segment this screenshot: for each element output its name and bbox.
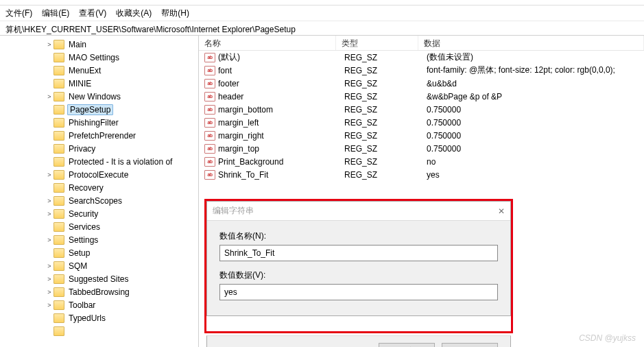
tree-item[interactable]: Setup [0, 246, 198, 259]
folder-icon [53, 144, 64, 154]
tree-item[interactable]: >Settings [0, 233, 198, 246]
value-type: REG_SZ [344, 131, 427, 141]
list-item[interactable]: abmargin_topREG_SZ0.750000 [199, 142, 644, 155]
tree-label: Security [67, 209, 99, 219]
chevron-right-icon[interactable]: > [45, 171, 53, 178]
list-item[interactable]: abmargin_leftREG_SZ0.750000 [199, 116, 644, 129]
chevron-right-icon[interactable]: > [45, 198, 53, 204]
string-value-icon: ab [204, 92, 215, 101]
tree-item[interactable]: >Security [0, 207, 198, 220]
tree-label: Settings [67, 235, 99, 245]
value-data-input[interactable] [219, 284, 498, 300]
chevron-right-icon[interactable]: > [45, 263, 53, 270]
value-list-pane: 名称 类型 数据 ab(默认)REG_SZ(数值未设置)abfontREG_SZ… [199, 36, 644, 347]
tree-item[interactable]: TypedUrls [0, 311, 198, 324]
col-data[interactable]: 数据 [418, 36, 644, 50]
value-list[interactable]: ab(默认)REG_SZ(数值未设置)abfontREG_SZfont-fami… [199, 51, 644, 181]
tree-label: TypedUrls [67, 313, 107, 323]
watermark: CSDN @yujkss [579, 333, 636, 343]
cancel-button[interactable]: 取消 [442, 343, 498, 347]
folder-icon [53, 326, 64, 336]
menu-bar: 文件(F) 编辑(E) 查看(V) 收藏夹(A) 帮助(H) [0, 5, 644, 21]
menu-file[interactable]: 文件(F) [5, 8, 32, 19]
tree-item[interactable]: PhishingFilter [0, 116, 198, 129]
list-item[interactable]: abheaderREG_SZ&w&bPage &p of &P [199, 90, 644, 103]
chevron-right-icon[interactable]: > [45, 302, 53, 309]
tree-label: SearchScopes [67, 196, 123, 206]
list-item[interactable]: abShrink_To_FitREG_SZyes [199, 168, 644, 181]
chevron-right-icon[interactable]: > [45, 289, 53, 296]
tree-item[interactable]: >SQM [0, 259, 198, 272]
string-value-icon: ab [204, 66, 215, 75]
tree-label: Setup [67, 248, 91, 258]
value-data: 0.750000 [427, 144, 644, 154]
value-data: &u&b&d [427, 79, 644, 88]
registry-tree[interactable]: >MainMAO SettingsMenuExtMINIE>New Window… [0, 36, 199, 347]
tree-item[interactable]: Privacy [0, 142, 198, 155]
tree-label: Suggested Sites [67, 274, 130, 284]
folder-icon [53, 196, 64, 206]
menu-view[interactable]: 查看(V) [79, 8, 106, 19]
chevron-right-icon[interactable]: > [45, 211, 53, 217]
tree-item[interactable]: Services [0, 220, 198, 233]
list-item[interactable]: abfooterREG_SZ&u&b&d [199, 77, 644, 90]
close-icon[interactable]: ✕ [498, 206, 505, 216]
tree-label: MenuExt [67, 66, 102, 75]
folder-icon [53, 261, 64, 271]
value-data: yes [427, 170, 644, 180]
edit-string-dialog: 编辑字符串 ✕ 数值名称(N): 数值数据(V): [206, 201, 511, 316]
tree-item[interactable]: Protected - It is a violation of [0, 155, 198, 168]
tree-item[interactable]: PrefetchPrerender [0, 129, 198, 142]
tree-item[interactable]: MenuExt [0, 64, 198, 77]
string-value-icon: ab [204, 157, 215, 167]
tree-item[interactable]: Recovery [0, 181, 198, 194]
tree-item[interactable]: >TabbedBrowsing [0, 285, 198, 298]
tree-item[interactable] [0, 324, 198, 337]
tree-label: Main [67, 40, 88, 49]
list-item[interactable]: abmargin_rightREG_SZ0.750000 [199, 129, 644, 142]
list-item[interactable]: abfontREG_SZfont-family: @黑体; font-size:… [199, 64, 644, 77]
tree-label: TabbedBrowsing [67, 287, 131, 297]
menu-fav[interactable]: 收藏夹(A) [116, 8, 152, 19]
dialog-button-row: 确定 取消 [206, 335, 511, 347]
folder-icon [53, 313, 64, 323]
menu-edit[interactable]: 编辑(E) [42, 8, 69, 19]
chevron-right-icon[interactable]: > [45, 93, 53, 100]
tree-item[interactable]: >Toolbar [0, 298, 198, 311]
chevron-right-icon[interactable]: > [45, 41, 53, 48]
chevron-right-icon[interactable]: > [45, 276, 53, 283]
dialog-title-bar[interactable]: 编辑字符串 ✕ [207, 202, 510, 221]
col-name[interactable]: 名称 [199, 36, 336, 50]
address-bar[interactable]: 算机\HKEY_CURRENT_USER\Software\Microsoft\… [0, 21, 644, 36]
list-item[interactable]: abPrint_BackgroundREG_SZno [199, 155, 644, 168]
tree-item[interactable]: >ProtocolExecute [0, 168, 198, 181]
value-name: footer [218, 79, 344, 88]
ok-button[interactable]: 确定 [379, 343, 435, 347]
folder-icon [53, 105, 64, 115]
tree-label: MINIE [67, 79, 93, 88]
list-item[interactable]: abmargin_bottomREG_SZ0.750000 [199, 103, 644, 116]
folder-icon [53, 235, 64, 245]
string-value-icon: ab [204, 53, 215, 62]
tree-item[interactable]: PageSetup [0, 103, 198, 116]
list-header: 名称 类型 数据 [199, 36, 644, 51]
folder-icon [53, 222, 64, 232]
value-name: margin_top [218, 144, 344, 154]
list-item[interactable]: ab(默认)REG_SZ(数值未设置) [199, 51, 644, 64]
folder-icon [53, 300, 64, 310]
tree-item[interactable]: >SearchScopes [0, 194, 198, 207]
tree-item[interactable]: >Main [0, 38, 198, 51]
tree-item[interactable]: MINIE [0, 77, 198, 90]
tree-item[interactable]: MAO Settings [0, 51, 198, 64]
tree-item[interactable]: >Suggested Sites [0, 272, 198, 285]
value-name-input[interactable] [219, 245, 498, 261]
col-type[interactable]: 类型 [336, 36, 418, 50]
value-data-label: 数值数据(V): [219, 270, 498, 281]
menu-help[interactable]: 帮助(H) [161, 8, 189, 19]
chevron-right-icon[interactable]: > [45, 237, 53, 243]
tree-label: ProtocolExecute [67, 170, 130, 180]
folder-icon [53, 183, 64, 193]
value-name: Shrink_To_Fit [218, 170, 344, 180]
tree-item[interactable]: >New Windows [0, 90, 198, 103]
tree-label: SQM [67, 261, 88, 271]
